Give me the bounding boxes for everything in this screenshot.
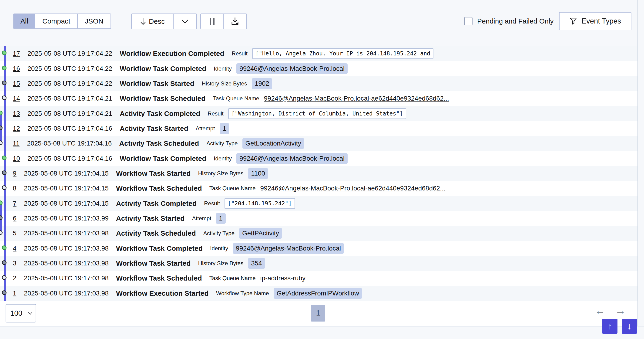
- event-timestamp: 2025-05-08 UTC 19:17:04.16: [28, 155, 112, 162]
- event-name: Workflow Task Scheduled: [116, 184, 202, 192]
- event-id-link[interactable]: 5: [13, 230, 16, 237]
- event-id-link[interactable]: 12: [13, 125, 20, 132]
- event-detail-label: Attempt: [192, 215, 211, 222]
- event-row[interactable]: 62025-05-08 UTC 19:17:03.99Activity Task…: [0, 211, 638, 226]
- event-detail-label: History Size Bytes: [202, 80, 247, 87]
- event-id-link[interactable]: 4: [13, 245, 16, 252]
- event-detail: Task Queue Nameip-address-ruby: [210, 274, 306, 282]
- event-row[interactable]: 72025-05-08 UTC 19:17:04.15Activity Task…: [0, 196, 638, 211]
- event-row[interactable]: 152025-05-08 UTC 19:17:04.22Workflow Tas…: [0, 76, 638, 91]
- event-id-link[interactable]: 2: [13, 274, 16, 282]
- event-row[interactable]: 102025-05-08 UTC 19:17:04.16Workflow Tas…: [0, 151, 638, 166]
- event-detail: Workflow Type NameGetAddressFromIPWorkfl…: [216, 288, 362, 299]
- event-detail: Identity99246@Angelas-MacBook-Pro.local: [214, 63, 348, 74]
- event-detail: Result["Washington, District of Columbia…: [208, 108, 406, 119]
- event-id-link[interactable]: 6: [13, 215, 16, 222]
- event-detail-label: History Size Bytes: [198, 260, 243, 267]
- pending-failed-checkbox[interactable]: [464, 17, 472, 25]
- next-page-arrow[interactable]: →: [615, 305, 626, 316]
- panel-right-edge: [638, 0, 638, 326]
- event-detail-label: Task Queue Name: [213, 95, 259, 102]
- scroll-to-top-button[interactable]: ↑: [602, 319, 618, 334]
- sort-desc-button[interactable]: Desc: [132, 14, 174, 29]
- event-id-link[interactable]: 7: [13, 200, 16, 207]
- download-button[interactable]: [224, 14, 246, 29]
- event-detail-label: Identity: [214, 155, 232, 162]
- event-detail: Attempt1: [192, 213, 226, 224]
- event-row[interactable]: 22025-05-08 UTC 19:17:03.98Workflow Task…: [0, 271, 638, 286]
- event-detail: Attempt1: [196, 123, 229, 134]
- sort-dropdown-button[interactable]: [174, 14, 196, 29]
- sort-order-control: Desc: [131, 14, 197, 29]
- event-row[interactable]: 132025-05-08 UTC 19:17:04.21Activity Tas…: [0, 106, 638, 121]
- scroll-to-bottom-button[interactable]: ↓: [622, 319, 637, 334]
- event-detail: Task Queue Name99246@Angelas-MacBook-Pro…: [210, 185, 446, 192]
- event-id-link[interactable]: 15: [13, 80, 20, 87]
- task-queue-link[interactable]: 99246@Angelas-MacBook-Pro.local-ae62d440…: [264, 95, 449, 102]
- event-row[interactable]: 82025-05-08 UTC 19:17:04.15Workflow Task…: [0, 181, 638, 196]
- event-detail-label: Activity Type: [203, 230, 234, 237]
- event-detail-code: ["Washington, District of Columbia, Unit…: [228, 108, 406, 119]
- page-size-select[interactable]: 100: [6, 304, 36, 322]
- event-name: Workflow Task Started: [116, 259, 191, 267]
- event-detail: Activity TypeGetLocationActivity: [206, 138, 304, 149]
- pause-icon: [210, 18, 214, 25]
- event-history-table: 172025-05-08 UTC 19:17:04.22Workflow Exe…: [0, 46, 638, 301]
- event-detail-label: Result: [204, 200, 220, 207]
- tab-json[interactable]: JSON: [78, 14, 110, 29]
- event-id-link[interactable]: 9: [13, 170, 16, 177]
- event-id-link[interactable]: 3: [13, 260, 16, 267]
- event-timestamp: 2025-05-08 UTC 19:17:03.98: [24, 260, 109, 267]
- event-row[interactable]: 122025-05-08 UTC 19:17:04.16Activity Tas…: [0, 121, 638, 136]
- event-name: Activity Task Started: [116, 214, 185, 222]
- event-name: Activity Task Scheduled: [119, 139, 199, 147]
- event-id-link[interactable]: 10: [13, 155, 20, 162]
- arrow-down-icon: [140, 18, 146, 25]
- playback-download-controls: [200, 14, 247, 29]
- event-id-link[interactable]: 13: [13, 110, 20, 117]
- event-name: Activity Task Completed: [116, 200, 196, 207]
- event-id-link[interactable]: 16: [13, 65, 20, 72]
- workflow-history-page: { "toolbar": { "view_tabs": [ { "label":…: [0, 0, 644, 339]
- event-id-link[interactable]: 17: [13, 50, 20, 57]
- event-name: Workflow Task Completed: [120, 155, 206, 163]
- event-row[interactable]: 172025-05-08 UTC 19:17:04.22Workflow Exe…: [0, 46, 638, 61]
- event-id-link[interactable]: 1: [13, 290, 16, 297]
- event-detail-label: Task Queue Name: [210, 185, 256, 192]
- event-detail: History Size Bytes1902: [202, 78, 272, 89]
- event-row[interactable]: 42025-05-08 UTC 19:17:03.98Workflow Task…: [0, 241, 638, 256]
- event-name: Workflow Task Started: [116, 170, 191, 177]
- event-name: Workflow Task Completed: [116, 244, 203, 252]
- event-row[interactable]: 52025-05-08 UTC 19:17:03.98Activity Task…: [0, 226, 638, 241]
- event-row[interactable]: 12025-05-08 UTC 19:17:03.98Workflow Exec…: [0, 286, 638, 301]
- event-detail-code: ["204.148.195.242"]: [224, 198, 295, 209]
- event-detail-badge: 99246@Angelas-MacBook-Pro.local: [233, 243, 344, 254]
- tab-all[interactable]: All: [14, 14, 35, 29]
- event-detail-badge: GetIPActivity: [239, 228, 282, 239]
- event-timestamp: 2025-05-08 UTC 19:17:03.98: [24, 245, 109, 252]
- event-row[interactable]: 142025-05-08 UTC 19:17:04.21Workflow Tas…: [0, 91, 638, 106]
- view-mode-tabs: All Compact JSON: [13, 14, 111, 29]
- event-id-link[interactable]: 8: [13, 185, 16, 192]
- task-queue-link[interactable]: 99246@Angelas-MacBook-Pro.local-ae62d440…: [260, 185, 446, 192]
- event-types-filter-button[interactable]: Event Types: [559, 12, 632, 30]
- event-detail: Result["Hello, Angela Zhou. Your IP is 2…: [232, 48, 434, 59]
- pagination-bar: 100 1 ← →: [0, 301, 638, 326]
- event-detail-badge: 354: [248, 258, 265, 269]
- select-chevron-icon: [28, 312, 32, 315]
- event-id-link[interactable]: 14: [13, 95, 20, 102]
- task-queue-link[interactable]: ip-address-ruby: [260, 274, 306, 282]
- event-timestamp: 2025-05-08 UTC 19:17:03.98: [24, 290, 109, 297]
- previous-page-arrow[interactable]: ←: [595, 305, 606, 316]
- event-row[interactable]: 112025-05-08 UTC 19:17:04.16Activity Tas…: [0, 136, 638, 151]
- event-id-link[interactable]: 11: [13, 140, 20, 147]
- tab-compact[interactable]: Compact: [35, 14, 78, 29]
- event-timestamp: 2025-05-08 UTC 19:17:04.22: [28, 80, 112, 87]
- event-detail-badge: GetAddressFromIPWorkflow: [274, 288, 362, 299]
- event-row[interactable]: 92025-05-08 UTC 19:17:04.15Workflow Task…: [0, 166, 638, 181]
- event-name: Activity Task Completed: [120, 110, 200, 118]
- event-row[interactable]: 162025-05-08 UTC 19:17:04.22Workflow Tas…: [0, 61, 638, 76]
- current-page-button[interactable]: 1: [311, 305, 325, 321]
- pause-button[interactable]: [201, 14, 224, 29]
- event-row[interactable]: 32025-05-08 UTC 19:17:03.98Workflow Task…: [0, 256, 638, 271]
